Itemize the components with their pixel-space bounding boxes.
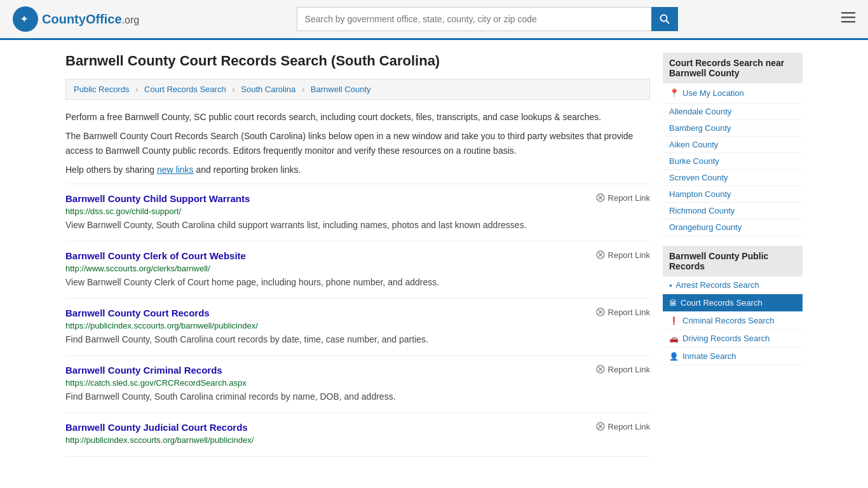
desc-para3: Help others by sharing new links and rep… bbox=[65, 163, 650, 177]
result-item: Barnwell County Child Support Warrants R… bbox=[65, 184, 650, 241]
search-button[interactable] bbox=[651, 7, 678, 31]
svg-line-3 bbox=[666, 21, 669, 24]
desc-para2: The Barnwell County Court Records Search… bbox=[65, 129, 650, 158]
sidebar-item-court-records[interactable]: 🏛 Court Records Search bbox=[663, 294, 803, 312]
content-area: Barnwell County Court Records Search (So… bbox=[65, 53, 650, 457]
header: ✦ CountyOffice.org bbox=[0, 0, 868, 40]
breadcrumb-barnwell-county[interactable]: Barnwell County bbox=[311, 85, 371, 94]
sidebar-nearby-section: Court Records Search near Barnwell Count… bbox=[663, 53, 803, 236]
logo-text: CountyOffice.org bbox=[42, 12, 139, 27]
breadcrumb-court-records[interactable]: Court Records Search bbox=[144, 85, 226, 94]
report-link[interactable]: Report Link bbox=[596, 365, 650, 374]
breadcrumb-public-records[interactable]: Public Records bbox=[74, 85, 129, 94]
result-url: http://www.sccourts.org/clerks/barnwell/ bbox=[65, 264, 650, 273]
location-pin-icon: 📍 bbox=[669, 88, 679, 98]
result-desc: View Barnwell County Clerk of Court home… bbox=[65, 276, 650, 289]
desc-para1: Perform a free Barnwell County, SC publi… bbox=[65, 110, 650, 124]
report-link[interactable]: Report Link bbox=[596, 422, 650, 431]
main-container: Barnwell County Court Records Search (So… bbox=[53, 40, 815, 470]
driving-records-icon: 🚗 bbox=[669, 334, 679, 343]
use-location[interactable]: 📍 Use My Location bbox=[663, 83, 803, 104]
menu-button[interactable] bbox=[841, 11, 855, 27]
sidebar-item-criminal-records[interactable]: ❗ Criminal Records Search bbox=[663, 312, 803, 330]
sidebar-public-records-section: Barnwell County Public Records ▪ Arrest … bbox=[663, 246, 803, 365]
criminal-records-icon: ❗ bbox=[669, 316, 679, 325]
svg-rect-5 bbox=[841, 17, 855, 18]
report-link[interactable]: Report Link bbox=[596, 193, 650, 203]
svg-rect-6 bbox=[841, 21, 855, 23]
svg-point-2 bbox=[660, 15, 667, 22]
breadcrumb-sep-1: › bbox=[135, 85, 138, 94]
breadcrumb-sep-3: › bbox=[302, 85, 304, 94]
results-list: Barnwell County Child Support Warrants R… bbox=[65, 184, 650, 457]
result-url: https://catch.sled.sc.gov/CRCRecordSearc… bbox=[65, 378, 650, 388]
result-item: Barnwell County Criminal Records Report … bbox=[65, 356, 650, 413]
breadcrumb-south-carolina[interactable]: South Carolina bbox=[241, 85, 295, 94]
sidebar-nearby-aiken[interactable]: Aiken County bbox=[663, 137, 803, 153]
search-bar bbox=[297, 7, 678, 31]
result-title[interactable]: Barnwell County Criminal Records bbox=[65, 365, 222, 376]
breadcrumb: Public Records › Court Records Search › … bbox=[65, 79, 650, 100]
sidebar-item-driving-records[interactable]: 🚗 Driving Records Search bbox=[663, 330, 803, 348]
sidebar-item-inmate-search[interactable]: 👤 Inmate Search bbox=[663, 348, 803, 365]
sidebar-nearby-burke[interactable]: Burke County bbox=[663, 153, 803, 170]
result-title[interactable]: Barnwell County Judicial Court Records bbox=[65, 422, 248, 433]
result-title[interactable]: Barnwell County Court Records bbox=[65, 308, 210, 318]
result-desc: Find Barnwell County, South Carolina cri… bbox=[65, 390, 650, 403]
svg-text:✦: ✦ bbox=[20, 14, 28, 24]
report-link[interactable]: Report Link bbox=[596, 250, 650, 260]
page-title: Barnwell County Court Records Search (So… bbox=[65, 53, 650, 69]
result-item: Barnwell County Judicial Court Records R… bbox=[65, 413, 650, 457]
sidebar-nearby-allendale[interactable]: Allendale County bbox=[663, 104, 803, 120]
result-url: https://dss.sc.gov/child-support/ bbox=[65, 207, 650, 216]
result-url: https://publicindex.sccourts.org/barnwel… bbox=[65, 321, 650, 330]
sidebar-nearby-screven[interactable]: Screven County bbox=[663, 170, 803, 186]
breadcrumb-sep-2: › bbox=[232, 85, 234, 94]
sidebar-public-records-heading: Barnwell County Public Records bbox=[663, 246, 803, 276]
result-desc: Find Barnwell County, South Carolina cou… bbox=[65, 333, 650, 346]
inmate-search-icon: 👤 bbox=[669, 352, 679, 361]
court-records-icon: 🏛 bbox=[669, 299, 677, 308]
result-title[interactable]: Barnwell County Clerk of Court Website bbox=[65, 250, 246, 261]
sidebar-nearby-hampton[interactable]: Hampton County bbox=[663, 186, 803, 203]
result-url: http://publicindex.sccourts.org/barnwell… bbox=[65, 435, 650, 445]
sidebar-nearby-heading: Court Records Search near Barnwell Count… bbox=[663, 53, 803, 83]
sidebar-nearby-richmond[interactable]: Richmond County bbox=[663, 203, 803, 219]
sidebar-item-arrest-records[interactable]: ▪ Arrest Records Search bbox=[663, 276, 803, 294]
result-item: Barnwell County Clerk of Court Website R… bbox=[65, 241, 650, 299]
report-link[interactable]: Report Link bbox=[596, 308, 650, 317]
result-desc: View Barnwell County, South Carolina chi… bbox=[65, 219, 650, 232]
new-links[interactable]: new links bbox=[157, 165, 194, 175]
search-input[interactable] bbox=[297, 7, 651, 31]
result-title[interactable]: Barnwell County Child Support Warrants bbox=[65, 193, 250, 204]
arrest-records-icon: ▪ bbox=[669, 281, 672, 290]
svg-rect-4 bbox=[841, 12, 855, 14]
sidebar-nearby-bamberg[interactable]: Bamberg County bbox=[663, 120, 803, 137]
description: Perform a free Barnwell County, SC publi… bbox=[65, 110, 650, 177]
logo[interactable]: ✦ CountyOffice.org bbox=[13, 6, 139, 32]
logo-icon: ✦ bbox=[13, 6, 38, 32]
sidebar-nearby-orangeburg[interactable]: Orangeburg County bbox=[663, 219, 803, 236]
result-item: Barnwell County Court Records Report Lin… bbox=[65, 299, 650, 356]
sidebar: Court Records Search near Barnwell Count… bbox=[663, 53, 803, 457]
